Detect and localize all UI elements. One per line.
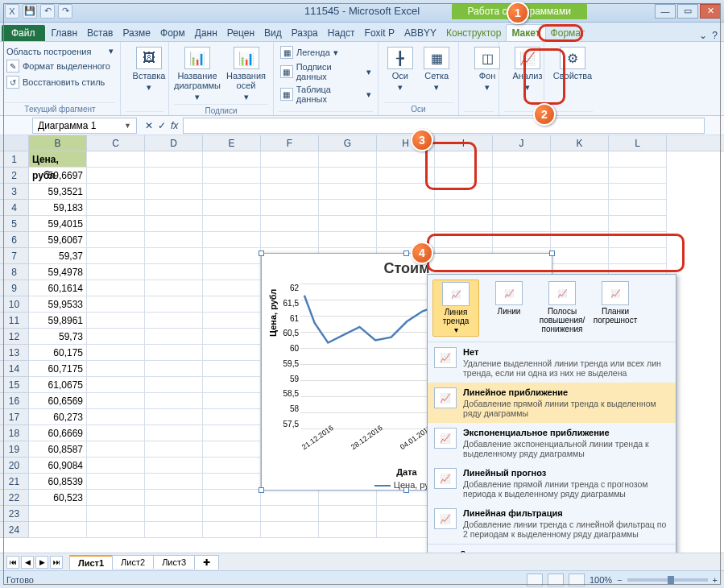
- cell[interactable]: [87, 458, 145, 474]
- cell[interactable]: [87, 216, 145, 232]
- cell[interactable]: [261, 151, 319, 168]
- col-header[interactable]: L: [609, 135, 667, 151]
- axis-titles-button[interactable]: 📊Названия осей▾: [224, 45, 268, 104]
- cell[interactable]: [551, 216, 609, 232]
- cell[interactable]: [551, 200, 609, 216]
- cell[interactable]: [203, 506, 261, 522]
- cell[interactable]: [377, 200, 435, 216]
- cell[interactable]: [145, 474, 203, 490]
- cell[interactable]: [145, 248, 203, 264]
- name-box[interactable]: Диаграмма 1▼: [32, 118, 137, 134]
- analysis-panel-button[interactable]: 📈Линии: [486, 280, 532, 337]
- cell[interactable]: 59,4978: [29, 264, 87, 280]
- cell[interactable]: [203, 441, 261, 458]
- tab-file[interactable]: Файл: [2, 25, 45, 41]
- cell[interactable]: 60,523: [29, 490, 87, 506]
- cell[interactable]: [203, 425, 261, 441]
- cell[interactable]: [435, 200, 493, 216]
- cell[interactable]: [261, 168, 319, 184]
- cell[interactable]: [377, 151, 435, 168]
- data-table-button[interactable]: ▦Таблица данных ▾: [279, 84, 373, 105]
- tab-review[interactable]: Рецен: [222, 25, 259, 41]
- row-header[interactable]: 21: [0, 474, 29, 490]
- cell[interactable]: [261, 184, 319, 200]
- sheet-tab[interactable]: Лист2: [112, 555, 154, 569]
- cell[interactable]: [145, 506, 203, 522]
- row-header[interactable]: 11: [0, 313, 29, 329]
- cell[interactable]: [145, 232, 203, 248]
- cell[interactable]: [145, 216, 203, 232]
- cell[interactable]: [435, 151, 493, 168]
- help-icon[interactable]: ?: [712, 30, 718, 41]
- cell[interactable]: [203, 393, 261, 409]
- cell[interactable]: [377, 184, 435, 200]
- cell[interactable]: [87, 345, 145, 361]
- cell[interactable]: [203, 361, 261, 377]
- row-header[interactable]: 23: [0, 506, 29, 522]
- cell[interactable]: [87, 280, 145, 296]
- cell[interactable]: [87, 409, 145, 425]
- row-header[interactable]: 8: [0, 264, 29, 280]
- cell[interactable]: [203, 248, 261, 264]
- cell[interactable]: [87, 168, 145, 184]
- cell[interactable]: [493, 232, 551, 248]
- analysis-panel-button[interactable]: 📈Линия тренда▾: [432, 280, 479, 337]
- cell[interactable]: 60,6669: [29, 425, 87, 441]
- cell[interactable]: [551, 232, 609, 248]
- row-header[interactable]: 20: [0, 458, 29, 474]
- cell[interactable]: [145, 522, 203, 538]
- chevron-down-icon[interactable]: ▼: [124, 122, 131, 130]
- cell[interactable]: [145, 345, 203, 361]
- cell[interactable]: [203, 200, 261, 216]
- cell[interactable]: [29, 522, 87, 538]
- sheet-first-icon[interactable]: ⏮: [6, 556, 19, 569]
- row-header[interactable]: 17: [0, 409, 29, 425]
- zoom-slider[interactable]: [627, 578, 708, 582]
- cell[interactable]: [377, 216, 435, 232]
- tab-foxit[interactable]: Foxit P: [360, 25, 399, 41]
- tab-home[interactable]: Главн: [47, 25, 83, 41]
- resize-handle[interactable]: [259, 487, 264, 493]
- cell[interactable]: [203, 345, 261, 361]
- cell[interactable]: 60,1614: [29, 280, 87, 296]
- sheet-prev-icon[interactable]: ◀: [21, 556, 34, 569]
- row-header[interactable]: 22: [0, 490, 29, 506]
- row-header[interactable]: 13: [0, 345, 29, 361]
- cell[interactable]: [261, 490, 319, 506]
- cell[interactable]: [145, 361, 203, 377]
- col-header[interactable]: K: [551, 135, 609, 151]
- trendline-option[interactable]: 📈НетУдаление выделенной линии тренда или…: [428, 342, 676, 383]
- cell[interactable]: 60,273: [29, 409, 87, 425]
- row-header[interactable]: 12: [0, 329, 29, 345]
- zoom-level[interactable]: 100%: [590, 575, 612, 585]
- undo-icon[interactable]: ↶: [40, 4, 55, 19]
- cell[interactable]: [261, 200, 319, 216]
- row-header[interactable]: 4: [0, 200, 29, 216]
- cell[interactable]: [319, 506, 377, 522]
- new-sheet-button[interactable]: ✚: [194, 555, 219, 569]
- cell[interactable]: [551, 151, 609, 168]
- cell[interactable]: [609, 200, 667, 216]
- cell[interactable]: [87, 296, 145, 313]
- cell[interactable]: [435, 216, 493, 232]
- trendline-more-options[interactable]: Дополнительные параметры линии тренда...: [428, 544, 676, 553]
- cell[interactable]: [319, 490, 377, 506]
- cell[interactable]: [203, 329, 261, 345]
- save-icon[interactable]: 💾: [23, 4, 37, 19]
- tab-chart-layout[interactable]: Макет: [506, 24, 545, 41]
- cell[interactable]: [87, 313, 145, 329]
- legend-button[interactable]: ▦Легенда ▾: [279, 45, 373, 60]
- cell[interactable]: [319, 184, 377, 200]
- cell[interactable]: 59,4015: [29, 216, 87, 232]
- cancel-formula-icon[interactable]: ✕: [145, 120, 153, 131]
- cell[interactable]: [493, 168, 551, 184]
- cell[interactable]: 60,9084: [29, 458, 87, 474]
- cell[interactable]: [87, 248, 145, 264]
- sheet-tab[interactable]: Лист1: [69, 555, 113, 569]
- cell[interactable]: [493, 151, 551, 168]
- tab-developer[interactable]: Разра: [287, 25, 323, 41]
- excel-icon[interactable]: X: [5, 4, 19, 19]
- col-header[interactable]: G: [319, 135, 377, 151]
- enter-formula-icon[interactable]: ✓: [158, 120, 166, 131]
- cell[interactable]: [609, 216, 667, 232]
